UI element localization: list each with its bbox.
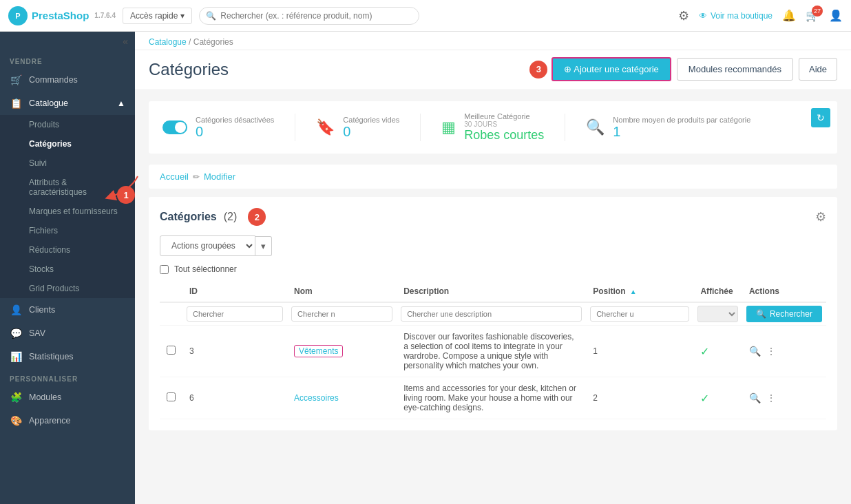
sidebar-subitem-grid-products[interactable]: Grid Products xyxy=(0,279,135,298)
table-row: 3 Vêtements Discover our favorites fashi… xyxy=(160,326,826,377)
annotation-3: 3 xyxy=(529,61,547,78)
cell-affichee-2: ✓ xyxy=(693,377,742,419)
acces-rapide-button[interactable]: Accès rapide ▾ xyxy=(123,8,192,24)
logo-icon: P xyxy=(8,6,28,25)
sidebar-subitem-marques[interactable]: Marques et fournisseurs xyxy=(0,202,135,221)
version-badge: 1.7.6.4 xyxy=(94,12,116,19)
category-link-vetements[interactable]: Vêtements xyxy=(294,345,343,357)
stat-meilleure-sublabel: 30 JOURS xyxy=(464,120,544,128)
modules-recommandes-button[interactable]: Modules recommandés xyxy=(677,58,793,81)
breadcrumb-catalogue[interactable]: Catalogue xyxy=(149,37,187,47)
actions-groupees-select[interactable]: Actions groupées xyxy=(160,235,255,256)
stat-desactivees-value: 0 xyxy=(196,124,274,140)
select-all-label: Tout sélectionner xyxy=(174,264,237,274)
row-more-button-1[interactable]: ⋮ xyxy=(766,346,776,357)
stat-vides-value: 0 xyxy=(343,124,399,140)
user-avatar-button[interactable]: 👤 xyxy=(829,9,843,22)
topbar-right: ⚙ 👁 Voir ma boutique 🔔 🛒 27 👤 xyxy=(678,8,843,23)
page-title: Catégories xyxy=(149,60,229,79)
row-checkbox-1[interactable] xyxy=(167,346,176,355)
catalogue-chevron-icon: ▲ xyxy=(117,98,125,108)
modifier-link[interactable]: Modifier xyxy=(204,171,235,182)
sidebar-subitem-attributs[interactable]: Attributs & caractéristiques xyxy=(0,173,135,202)
sidebar-item-clients[interactable]: 👤 Clients xyxy=(0,298,135,322)
sidebar-subitem-suivi[interactable]: Suivi xyxy=(0,154,135,173)
sidebar-item-catalogue[interactable]: 📋 Catalogue ▲ xyxy=(0,92,135,115)
table-row: 6 Accessoires Items and accessories for … xyxy=(160,377,826,419)
sidebar-subitem-produits[interactable]: Produits xyxy=(0,115,135,134)
page-header: Catégories 3 ⊕ Ajouter une catégorie Mod… xyxy=(135,50,851,90)
cell-desc-1: Discover our favorites fashionable disco… xyxy=(397,326,586,377)
sidebar-item-modules[interactable]: 🧩 Modules xyxy=(0,386,135,409)
notifications-button[interactable]: 🔔 xyxy=(782,9,796,22)
sidebar-item-apparence[interactable]: 🎨 Apparence xyxy=(0,409,135,432)
th-actions: Actions xyxy=(742,281,826,302)
stat-moyenne-value: 1 xyxy=(613,124,750,140)
search-icon-btn: 🔍 xyxy=(756,309,766,319)
header-actions: 3 ⊕ Ajouter une catégorie Modules recomm… xyxy=(529,57,837,81)
check-icon-1: ✓ xyxy=(700,346,709,357)
catalogue-icon: 📋 xyxy=(10,98,22,109)
filter-nom-input[interactable] xyxy=(291,306,392,322)
stat-moyenne-label: Nombre moyen de produits par catégorie xyxy=(613,116,750,124)
filter-id-input[interactable] xyxy=(187,306,283,322)
sidebar-subitem-stocks[interactable]: Stocks xyxy=(0,260,135,279)
category-link-accessoires[interactable]: Accessoires xyxy=(294,393,339,403)
breadcrumb-current: Catégories xyxy=(193,37,233,47)
stat-meilleure-value: Robes courtes xyxy=(464,128,544,143)
select-all-row: Tout sélectionner xyxy=(160,264,826,274)
voir-boutique-link[interactable]: 👁 Voir ma boutique xyxy=(699,11,773,21)
sidebar-subitem-reductions[interactable]: Réductions xyxy=(0,240,135,260)
sidebar-item-sav[interactable]: 💬 SAV xyxy=(0,322,135,345)
sidebar-subitem-categories[interactable]: Catégories xyxy=(0,134,135,154)
home-breadcrumb-link[interactable]: Accueil xyxy=(160,171,189,182)
stat-meilleure: ▦ Meilleure Catégorie 30 JOURS Robes cou… xyxy=(441,112,544,143)
stats-row: ↻ Catégories désactivées 0 🔖 Catégories … xyxy=(149,101,837,154)
sidebar-item-commandes[interactable]: 🛒 Commandes xyxy=(0,68,135,92)
add-category-button[interactable]: ⊕ Ajouter une catégorie xyxy=(551,57,671,81)
toggle-desactivees[interactable] xyxy=(162,120,187,134)
select-all-checkbox[interactable] xyxy=(160,265,169,274)
aide-button[interactable]: Aide xyxy=(799,58,837,81)
cell-position-1: 1 xyxy=(586,326,693,377)
modules-icon: 🧩 xyxy=(10,392,22,403)
statistiques-icon: 📊 xyxy=(10,351,22,362)
row-search-button-1[interactable]: 🔍 xyxy=(749,346,761,357)
check-icon-2: ✓ xyxy=(700,392,709,404)
table-settings-button[interactable]: ⚙ xyxy=(815,209,826,224)
filter-description-input[interactable] xyxy=(401,306,582,322)
row-more-button-2[interactable]: ⋮ xyxy=(766,392,776,403)
edit-icon[interactable]: ✏ xyxy=(193,172,200,182)
stat-vides: 🔖 Catégories vides 0 xyxy=(316,116,399,140)
bookmark-icon: 🔖 xyxy=(316,118,335,136)
th-description: Description xyxy=(397,281,586,302)
th-affichee: Affichée xyxy=(693,281,742,302)
actions-chevron-button[interactable]: ▾ xyxy=(255,236,272,256)
row-checkbox-2[interactable] xyxy=(167,392,176,401)
table-header-row: ID Nom Description Position ▲ Affichée A… xyxy=(160,281,826,302)
cell-id-1: 3 xyxy=(182,326,287,377)
stat-divider-1 xyxy=(295,114,295,141)
sidebar-item-statistiques[interactable]: 📊 Statistiques xyxy=(0,345,135,368)
cell-nom-2: Accessoires xyxy=(287,377,397,419)
sidebar-collapse-button[interactable]: « xyxy=(0,32,135,51)
search-bar: 🔍 xyxy=(199,7,419,25)
sidebar-section-personaliser: PERSONNALISER xyxy=(0,368,135,386)
row-search-button-2[interactable]: 🔍 xyxy=(749,392,761,403)
settings-icon-button[interactable]: ⚙ xyxy=(678,8,689,23)
th-checkbox xyxy=(160,281,182,302)
search-input[interactable] xyxy=(199,7,419,25)
annotation-2: 2 xyxy=(248,208,266,226)
sort-icon: ▲ xyxy=(630,288,637,295)
search-icon: 🔍 xyxy=(206,11,216,21)
actions-groupees: Actions groupées ▾ xyxy=(160,235,826,256)
filter-affichee-select[interactable]: Oui Non xyxy=(697,306,738,322)
eye-icon: 👁 xyxy=(699,11,707,21)
filter-position-input[interactable] xyxy=(590,306,689,322)
search-button[interactable]: 🔍 Rechercher xyxy=(746,306,822,322)
th-position[interactable]: Position ▲ xyxy=(586,281,693,302)
cart-button[interactable]: 🛒 27 xyxy=(806,9,819,22)
sidebar-subitem-fichiers[interactable]: Fichiers xyxy=(0,221,135,240)
refresh-button[interactable]: ↻ xyxy=(811,108,830,127)
content-area: ↻ Catégories désactivées 0 🔖 Catégories … xyxy=(135,90,851,504)
